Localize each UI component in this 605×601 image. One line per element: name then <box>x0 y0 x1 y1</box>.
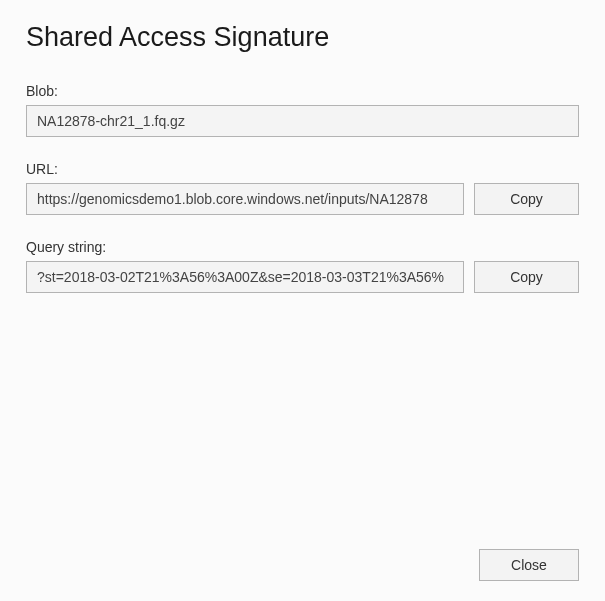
url-label: URL: <box>26 161 579 177</box>
close-button[interactable]: Close <box>479 549 579 581</box>
query-field-group: Query string: Copy <box>26 239 579 293</box>
blob-row <box>26 105 579 137</box>
url-row: Copy <box>26 183 579 215</box>
blob-field-group: Blob: <box>26 83 579 137</box>
dialog-title: Shared Access Signature <box>26 22 579 53</box>
copy-query-button[interactable]: Copy <box>474 261 579 293</box>
dialog-container: Shared Access Signature Blob: URL: Copy … <box>0 0 605 601</box>
query-row: Copy <box>26 261 579 293</box>
dialog-footer: Close <box>479 549 579 581</box>
query-label: Query string: <box>26 239 579 255</box>
copy-url-button[interactable]: Copy <box>474 183 579 215</box>
blob-label: Blob: <box>26 83 579 99</box>
url-input[interactable] <box>26 183 464 215</box>
blob-input[interactable] <box>26 105 579 137</box>
url-field-group: URL: Copy <box>26 161 579 215</box>
query-input[interactable] <box>26 261 464 293</box>
